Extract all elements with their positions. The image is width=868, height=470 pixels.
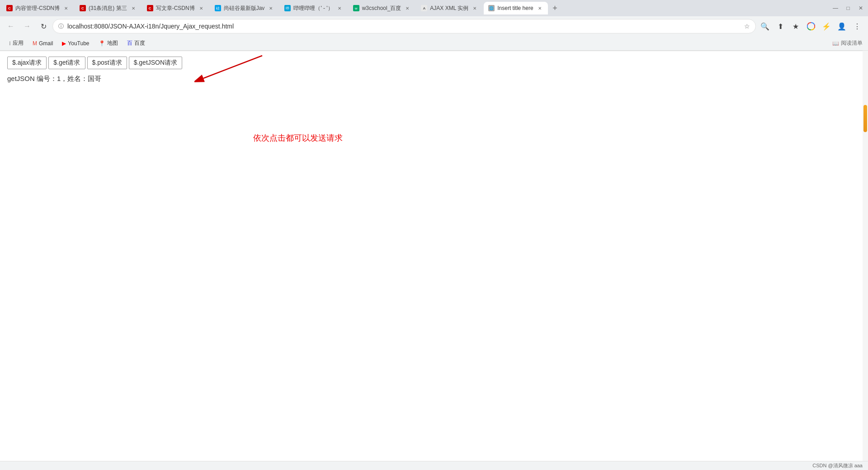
tab-favicon-7: A bbox=[421, 5, 427, 11]
bookmarks-bar: ⁝ 应用 M Gmail ▶ YouTube 📍 地图 百 百度 📖 阅读清单 bbox=[0, 36, 868, 51]
tab-csdn1[interactable]: C 内容管理-CSDN博 ✕ bbox=[2, 2, 74, 14]
bookmark-youtube[interactable]: ▶ YouTube bbox=[58, 38, 93, 48]
search-icon[interactable]: 🔍 bbox=[758, 19, 772, 33]
tab-close-4[interactable]: ✕ bbox=[267, 5, 274, 12]
svg-line-2 bbox=[203, 56, 262, 78]
bookmark-maps[interactable]: 📍 地图 bbox=[95, 38, 122, 49]
tab-w3c[interactable]: w w3cschool_百度 ✕ bbox=[349, 2, 416, 14]
maps-icon: 📍 bbox=[99, 40, 105, 47]
bookmark-apps[interactable]: ⁝ 应用 bbox=[5, 38, 27, 49]
bookmark-baidu[interactable]: 百 百度 bbox=[123, 38, 149, 49]
bookmark-gmail[interactable]: M Gmail bbox=[29, 38, 57, 48]
bookmark-baidu-label: 百度 bbox=[134, 39, 145, 47]
baidu-icon: 百 bbox=[127, 39, 132, 47]
result-text: getJSON 编号：1，姓名：国哥 bbox=[7, 75, 861, 83]
refresh-button[interactable]: ↻ bbox=[36, 19, 51, 33]
tab-label-1: 内容管理-CSDN博 bbox=[15, 5, 60, 12]
profile-icon[interactable]: 👤 bbox=[835, 19, 849, 33]
scrollbar[interactable] bbox=[863, 51, 868, 461]
arrow-annotation bbox=[194, 53, 267, 85]
navigation-bar: ← → ↻ ⓘ localhost:8080/JSON-AJAX-i18n/Jq… bbox=[0, 16, 868, 36]
window-controls: — □ ✕ bbox=[830, 3, 866, 14]
tab-favicon-8: 🌐 bbox=[488, 5, 495, 11]
forward-button[interactable]: → bbox=[20, 19, 34, 33]
extensions-icon[interactable]: ⚡ bbox=[819, 19, 834, 33]
reading-mode[interactable]: 📖 阅读清单 bbox=[832, 39, 863, 47]
tab-close-3[interactable]: ✕ bbox=[198, 5, 205, 12]
bookmark-maps-label: 地图 bbox=[107, 39, 118, 47]
address-text: localhost:8080/JSON-AJAX-i18n/Jquery_Aja… bbox=[67, 23, 741, 30]
tab-label-5: 哔哩哔哩（' - '） bbox=[293, 5, 333, 12]
post-request-button[interactable]: $.post请求 bbox=[87, 57, 127, 69]
address-bar[interactable]: ⓘ localhost:8080/JSON-AJAX-i18n/Jquery_A… bbox=[52, 19, 756, 33]
scrollbar-thumb[interactable] bbox=[863, 105, 867, 132]
tab-label-6: w3cschool_百度 bbox=[362, 5, 401, 12]
tab-label-3: 写文章-CSDN博 bbox=[156, 5, 195, 12]
lock-icon: ⓘ bbox=[58, 23, 64, 30]
bookmark-star-icon[interactable]: ☆ bbox=[744, 23, 750, 30]
bookmark-youtube-label: YouTube bbox=[68, 40, 89, 47]
tab-close-2[interactable]: ✕ bbox=[130, 5, 137, 12]
minimize-button[interactable]: — bbox=[830, 3, 841, 14]
tab-label-2: (31条消息) 第三 bbox=[89, 5, 127, 12]
ajax-request-button[interactable]: $.ajax请求 bbox=[7, 57, 47, 69]
close-button[interactable]: ✕ bbox=[855, 3, 866, 14]
tab-favicon-4: 硅 bbox=[215, 5, 221, 11]
tab-label-7: AJAX XML 实例 bbox=[430, 5, 468, 12]
page-content: $.ajax请求 $.get请求 $.post请求 $.getJSON请求 ge… bbox=[0, 51, 868, 92]
back-button[interactable]: ← bbox=[4, 19, 18, 33]
bottom-bar-text: CSDN @清风微凉 aaa bbox=[812, 462, 863, 469]
reading-icon: 📖 bbox=[832, 40, 839, 47]
tab-close-7[interactable]: ✕ bbox=[471, 5, 478, 12]
tab-close-1[interactable]: ✕ bbox=[62, 5, 70, 12]
gmail-icon: M bbox=[33, 40, 37, 47]
tab-close-6[interactable]: ✕ bbox=[404, 5, 411, 12]
tab-csdn2[interactable]: C (31条消息) 第三 ✕ bbox=[75, 2, 142, 14]
menu-icon[interactable]: ⋮ bbox=[850, 19, 864, 33]
new-tab-button[interactable]: + bbox=[549, 2, 561, 14]
bookmark-gmail-label: Gmail bbox=[39, 40, 53, 47]
bookmark-apps-label: 应用 bbox=[13, 39, 24, 47]
tab-csdn3[interactable]: C 写文章-CSDN博 ✕ bbox=[142, 2, 209, 14]
button-row: $.ajax请求 $.get请求 $.post请求 $.getJSON请求 bbox=[7, 57, 861, 69]
tab-favicon-6: w bbox=[353, 5, 359, 11]
share-icon[interactable]: ⬆ bbox=[773, 19, 788, 33]
nav-actions: 🔍 ⬆ ★ ⚡ 👤 ⋮ bbox=[758, 19, 864, 33]
tab-favicon-1: C bbox=[6, 5, 13, 11]
annotation-text: 依次点击都可以发送请求 bbox=[253, 133, 343, 143]
tab-label-4: 尚硅谷最新版Jav bbox=[224, 5, 265, 12]
youtube-icon: ▶ bbox=[62, 40, 66, 47]
tab-bar: C 内容管理-CSDN博 ✕ C (31条消息) 第三 ✕ C 写文章-CSDN… bbox=[0, 0, 868, 16]
browser-chrome: C 内容管理-CSDN博 ✕ C (31条消息) 第三 ✕ C 写文章-CSDN… bbox=[0, 0, 868, 51]
tab-close-8[interactable]: ✕ bbox=[536, 5, 543, 12]
tab-label-8: Insert title here bbox=[497, 5, 533, 11]
getjson-request-button[interactable]: $.getJSON请求 bbox=[129, 57, 182, 69]
google-apps-icon[interactable] bbox=[804, 19, 818, 33]
reading-label: 阅读清单 bbox=[841, 39, 863, 47]
tab-ajax[interactable]: A AJAX XML 实例 ✕ bbox=[416, 2, 483, 14]
bottom-bar: CSDN @清风微凉 aaa bbox=[0, 461, 868, 470]
tab-bilibili[interactable]: 哔 哔哩哔哩（' - '） ✕ bbox=[280, 2, 347, 14]
favorites-icon[interactable]: ★ bbox=[788, 19, 803, 33]
tab-favicon-2: C bbox=[80, 5, 86, 11]
get-request-button[interactable]: $.get请求 bbox=[48, 57, 85, 69]
maximize-button[interactable]: □ bbox=[843, 3, 854, 14]
tab-favicon-5: 哔 bbox=[284, 5, 291, 11]
tab-silicon[interactable]: 硅 尚硅谷最新版Jav ✕ bbox=[210, 2, 279, 14]
tab-close-5[interactable]: ✕ bbox=[336, 5, 343, 12]
tab-favicon-3: C bbox=[147, 5, 153, 11]
tab-current[interactable]: 🌐 Insert title here ✕ bbox=[484, 2, 547, 14]
apps-icon: ⁝ bbox=[9, 40, 11, 47]
